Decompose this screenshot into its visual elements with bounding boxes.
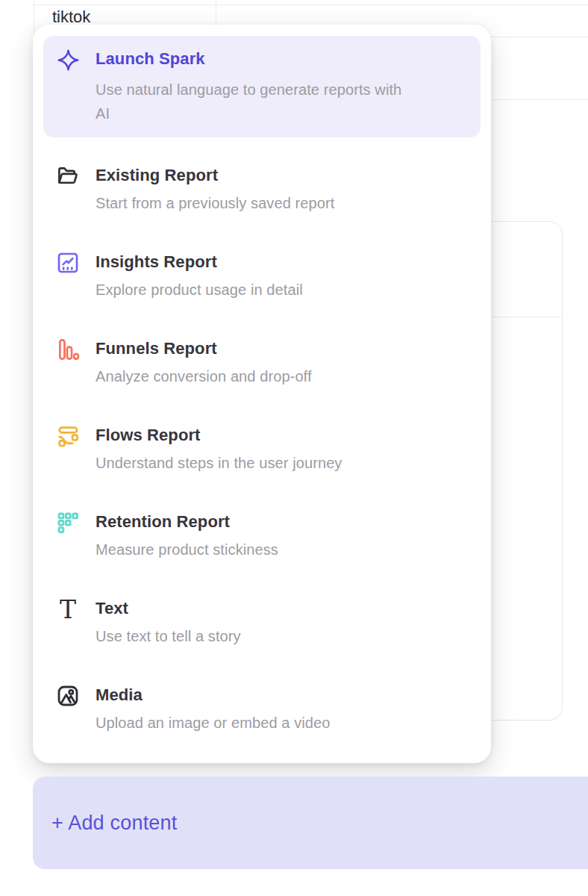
menu-item-title: Existing Report — [96, 164, 469, 187]
menu-item-title: Launch Spark — [96, 48, 469, 70]
add-content-button[interactable]: + Add content — [33, 777, 588, 869]
menu-item-text-block[interactable]: T Text Use text to tell a story — [43, 588, 481, 657]
menu-item-subtitle: Measure product stickiness — [96, 538, 469, 561]
menu-item-text: Funnels Report Analyze conversion and dr… — [96, 337, 469, 388]
menu-item-flows-report[interactable]: Flows Report Understand steps in the use… — [43, 415, 481, 484]
menu-item-text: Insights Report Explore product usage in… — [96, 251, 469, 302]
menu-item-subtitle: Use text to tell a story — [96, 624, 469, 648]
add-content-menu: Launch Spark Use natural language to gen… — [33, 25, 491, 763]
menu-item-title: Insights Report — [96, 251, 469, 273]
menu-item-insights-report[interactable]: Insights Report Explore product usage in… — [43, 242, 481, 311]
menu-item-retention-report[interactable]: Retention Report Measure product stickin… — [43, 502, 481, 570]
menu-item-subtitle: Understand steps in the user journey — [96, 451, 469, 475]
funnel-bars-icon — [55, 337, 81, 362]
menu-item-text: Launch Spark Use natural language to gen… — [96, 48, 469, 125]
menu-item-title: Retention Report — [96, 511, 469, 533]
menu-item-text: Text Use text to tell a story — [96, 597, 469, 648]
menu-item-subtitle: Use natural language to generate reports… — [96, 78, 409, 125]
background-table-top-border — [33, 4, 588, 5]
menu-item-subtitle: Upload an image or embed a video — [96, 711, 469, 735]
menu-item-text: Flows Report Understand steps in the use… — [96, 424, 469, 475]
text-icon: T — [55, 597, 81, 622]
spark-icon — [55, 47, 81, 72]
insights-chart-icon — [55, 250, 81, 276]
menu-item-text: Existing Report Start from a previously … — [96, 164, 469, 215]
add-content-label: + Add content — [51, 812, 178, 835]
background-column-divider-left — [34, 0, 34, 33]
menu-item-funnels-report[interactable]: Funnels Report Analyze conversion and dr… — [43, 329, 481, 397]
menu-item-text: Media Upload an image or embed a video — [96, 684, 469, 735]
menu-item-subtitle: Explore product usage in detail — [96, 278, 469, 302]
menu-item-title: Media — [96, 684, 469, 706]
flows-icon — [55, 423, 81, 449]
menu-item-launch-spark[interactable]: Launch Spark Use natural language to gen… — [43, 36, 481, 137]
menu-item-media[interactable]: Media Upload an image or embed a video — [43, 675, 481, 744]
media-icon — [55, 683, 81, 709]
retention-grid-icon — [55, 510, 81, 535]
menu-item-subtitle: Analyze conversion and drop-off — [96, 364, 469, 388]
folder-open-icon — [55, 164, 81, 189]
menu-item-title: Flows Report — [96, 424, 469, 447]
menu-item-existing-report[interactable]: Existing Report Start from a previously … — [43, 155, 481, 224]
menu-item-title: Funnels Report — [96, 337, 469, 360]
menu-item-text: Retention Report Measure product stickin… — [96, 511, 469, 561]
menu-item-subtitle: Start from a previously saved report — [96, 191, 469, 215]
menu-item-title: Text — [96, 597, 469, 620]
